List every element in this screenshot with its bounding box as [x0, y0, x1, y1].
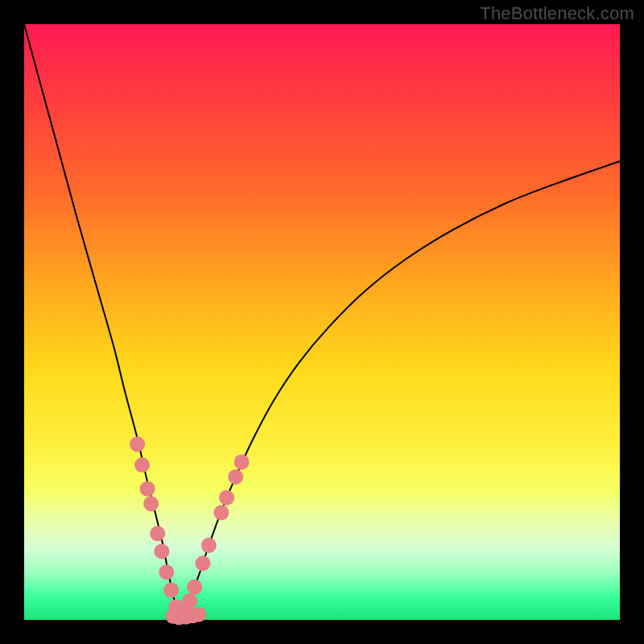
chart-frame: TheBottleneck.com	[0, 0, 644, 644]
dot	[191, 607, 206, 622]
bottleneck-curve	[24, 24, 620, 617]
data-dots	[130, 436, 250, 625]
dot	[196, 555, 211, 571]
chart-svg	[24, 24, 620, 620]
dot	[140, 481, 155, 497]
dot	[213, 505, 229, 520]
dot	[154, 543, 169, 559]
dot	[150, 526, 165, 541]
dot	[134, 457, 150, 473]
plot-area	[24, 24, 620, 620]
dot	[234, 454, 250, 469]
dot	[219, 490, 234, 506]
dot	[201, 538, 217, 553]
watermark-text: TheBottleneck.com	[480, 3, 634, 24]
dot	[159, 564, 174, 580]
dot	[130, 436, 145, 452]
dot	[228, 469, 243, 485]
dot	[182, 593, 197, 609]
curve-right-branch	[181, 161, 620, 617]
dot	[163, 583, 179, 598]
dot	[187, 580, 202, 595]
dot	[143, 496, 159, 511]
